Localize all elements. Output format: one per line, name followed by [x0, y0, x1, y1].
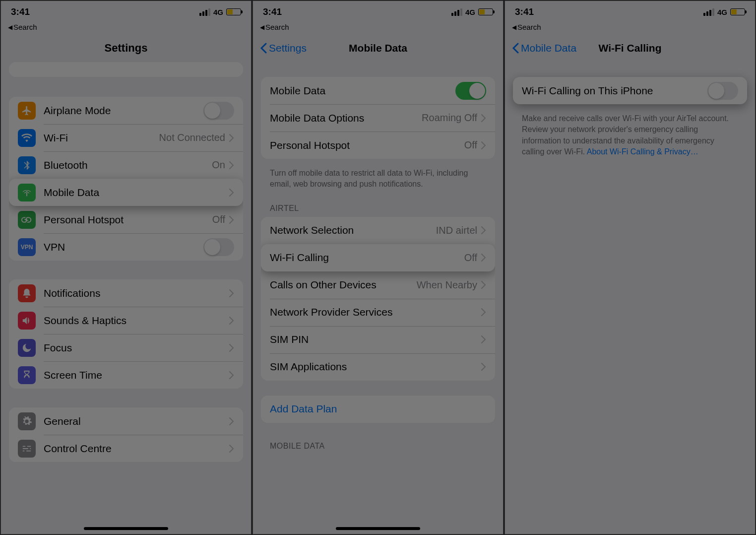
chevron-right-icon — [229, 289, 234, 297]
home-indicator[interactable] — [84, 527, 168, 530]
back-triangle-icon: ◀ — [260, 24, 264, 31]
row-calls-other-devices[interactable]: Calls on Other Devices When Nearby — [261, 271, 495, 299]
chevron-right-icon — [481, 281, 486, 289]
chevron-right-icon — [229, 216, 234, 224]
breadcrumb-back[interactable]: ◀ Search — [253, 23, 503, 34]
row-screen-time[interactable]: Screen Time — [9, 361, 243, 389]
row-personal-hotspot[interactable]: Personal Hotspot Off — [261, 132, 495, 159]
settings-screen: 3:41 4G ◀ Search Settings Airplane Mode … — [0, 0, 252, 535]
row-label: Control Centre — [44, 443, 229, 455]
row-sounds-haptics[interactable]: Sounds & Haptics — [9, 307, 243, 334]
vpn-toggle[interactable] — [203, 238, 234, 256]
wifi-calling-screen: 3:41 4G ◀ Search Mobile Data Wi-Fi Calli… — [504, 0, 756, 535]
row-value: Not Connected — [159, 132, 225, 143]
section-header-carrier: AIRTEL — [261, 204, 495, 217]
row-label: Mobile Data Options — [270, 112, 422, 124]
row-add-data-plan[interactable]: Add Data Plan — [261, 396, 495, 423]
chevron-right-icon — [481, 254, 486, 262]
row-network-selection[interactable]: Network Selection IND airtel — [261, 217, 495, 244]
row-vpn[interactable]: VPN VPN — [9, 233, 243, 261]
row-label: SIM PIN — [270, 334, 481, 345]
network-type: 4G — [465, 8, 475, 16]
back-button[interactable]: Mobile Data — [512, 42, 576, 54]
mobile-data-screen: 3:41 4G ◀ Search Settings Mobile Data Mo… — [252, 0, 504, 535]
row-sim-pin[interactable]: SIM PIN — [261, 326, 495, 353]
row-label: Notifications — [44, 287, 229, 299]
row-label: Sounds & Haptics — [44, 315, 229, 327]
row-control-centre[interactable]: Control Centre — [9, 435, 243, 462]
row-value: On — [212, 159, 225, 171]
moon-icon — [18, 339, 36, 357]
breadcrumb-label: Search — [517, 23, 541, 31]
row-wifi-calling[interactable]: Wi-Fi Calling Off — [261, 244, 495, 271]
network-type: 4G — [213, 8, 223, 16]
row-label: VPN — [44, 241, 203, 253]
status-time: 3:41 — [263, 6, 282, 17]
signal-bars-icon — [703, 8, 714, 16]
airplane-icon — [18, 102, 36, 120]
wifi-calling-toggle[interactable] — [707, 82, 738, 100]
row-mobile-data-options[interactable]: Mobile Data Options Roaming Off — [261, 104, 495, 132]
battery-icon — [478, 8, 493, 15]
signal-bars-icon — [199, 8, 210, 16]
chevron-right-icon — [481, 226, 486, 234]
row-notifications[interactable]: Notifications — [9, 279, 243, 307]
airplane-toggle[interactable] — [203, 102, 234, 120]
chevron-right-icon — [229, 134, 234, 142]
antenna-icon — [18, 184, 36, 201]
chevron-right-icon — [481, 308, 486, 316]
row-label: Airplane Mode — [44, 105, 203, 117]
row-label: Screen Time — [44, 369, 229, 381]
group-footer: Make and receive calls over Wi-Fi with y… — [513, 108, 747, 158]
row-label: Calls on Other Devices — [270, 279, 417, 291]
battery-icon — [226, 8, 241, 15]
status-time: 3:41 — [515, 6, 534, 17]
breadcrumb-back[interactable]: ◀ Search — [1, 23, 251, 34]
row-label: Focus — [44, 342, 229, 354]
page-title: Settings — [1, 42, 251, 55]
home-indicator[interactable] — [336, 527, 420, 530]
back-button[interactable]: Settings — [260, 42, 307, 54]
row-personal-hotspot[interactable]: Personal Hotspot Off — [9, 206, 243, 233]
profile-card[interactable] — [9, 62, 243, 77]
section-header-usage: MOBILE DATA — [261, 432, 495, 451]
status-bar: 3:41 4G — [1, 1, 251, 23]
network-type: 4G — [717, 8, 727, 16]
chevron-right-icon — [229, 417, 234, 425]
breadcrumb-back[interactable]: ◀ Search — [505, 23, 755, 34]
row-provider-services[interactable]: Network Provider Services — [261, 299, 495, 326]
row-mobile-data-toggle[interactable]: Mobile Data — [261, 77, 495, 104]
battery-icon — [730, 8, 745, 15]
mobile-data-toggle[interactable] — [455, 82, 486, 100]
gear-icon — [18, 412, 36, 430]
privacy-link[interactable]: About Wi-Fi Calling & Privacy… — [587, 147, 698, 156]
sliders-icon — [18, 440, 36, 458]
bluetooth-icon — [18, 156, 36, 174]
row-focus[interactable]: Focus — [9, 334, 243, 361]
row-label: Personal Hotspot — [270, 139, 464, 151]
row-label: Wi-Fi Calling on This iPhone — [522, 85, 707, 97]
chevron-right-icon — [229, 371, 234, 379]
row-sim-applications[interactable]: SIM Applications — [261, 353, 495, 381]
row-value: Off — [464, 252, 477, 264]
row-bluetooth[interactable]: Bluetooth On — [9, 151, 243, 179]
back-triangle-icon: ◀ — [8, 24, 12, 31]
speaker-icon — [18, 312, 36, 330]
breadcrumb-label: Search — [265, 23, 289, 31]
row-label: General — [44, 415, 229, 427]
row-wifi-calling-this-iphone[interactable]: Wi-Fi Calling on This iPhone — [513, 77, 747, 104]
row-airplane-mode[interactable]: Airplane Mode — [9, 97, 243, 124]
group-footer: Turn off mobile data to restrict all dat… — [261, 163, 495, 190]
row-value: Off — [212, 214, 225, 225]
row-value: When Nearby — [417, 279, 477, 291]
chevron-right-icon — [229, 317, 234, 325]
chevron-right-icon — [229, 445, 234, 453]
row-wifi[interactable]: Wi-Fi Not Connected — [9, 124, 243, 151]
row-general[interactable]: General — [9, 407, 243, 435]
row-label: Mobile Data — [270, 85, 455, 97]
vpn-icon: VPN — [18, 238, 36, 256]
row-mobile-data[interactable]: Mobile Data — [9, 179, 243, 206]
row-label: Bluetooth — [44, 159, 212, 171]
chevron-right-icon — [481, 335, 486, 343]
row-value: Off — [464, 139, 477, 151]
